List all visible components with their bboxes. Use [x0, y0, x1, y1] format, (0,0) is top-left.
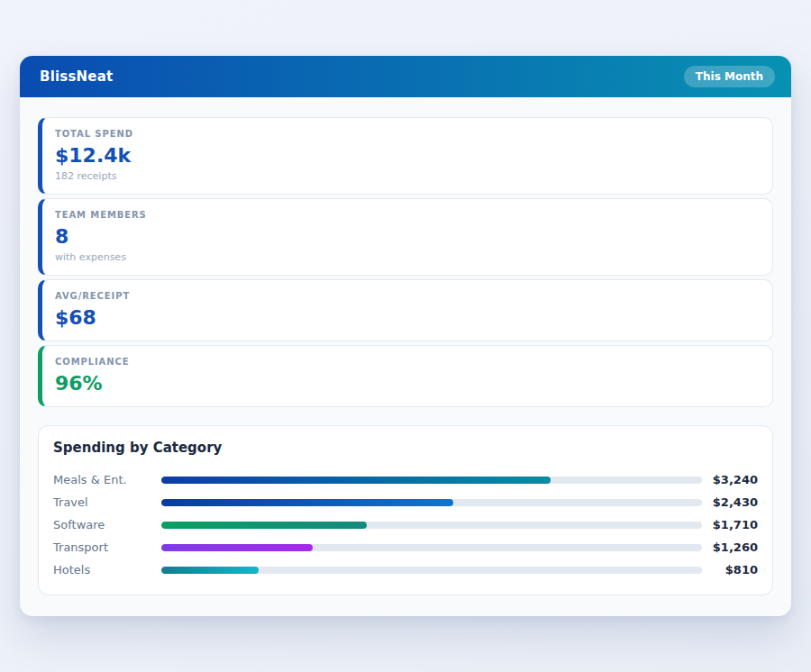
- category-row-software: Software $1,710: [53, 513, 758, 536]
- spending-by-category-card: Spending by Category Meals & Ent. $3,240…: [38, 425, 773, 595]
- stat-card-compliance: COMPLIANCE 96%: [38, 345, 773, 407]
- stat-card-total-spend: TOTAL SPEND $12.4k 182 receipts: [38, 117, 773, 195]
- stat-label: AVG/RECEIPT: [55, 291, 758, 302]
- stat-label: COMPLIANCE: [55, 357, 758, 368]
- category-label: Meals & Ent.: [53, 473, 161, 486]
- dashboard-content: TOTAL SPEND $12.4k 182 receipts TEAM MEM…: [20, 97, 791, 595]
- stat-card-team-members: TEAM MEMBERS 8 with expenses: [38, 198, 773, 276]
- bar-fill-hotels: [161, 567, 259, 574]
- category-label: Software: [53, 518, 161, 531]
- bar-track: [161, 522, 702, 529]
- bar-track: [161, 544, 702, 551]
- category-value: $810: [707, 563, 758, 577]
- stat-value: $12.4k: [55, 144, 758, 168]
- stat-label: TEAM MEMBERS: [55, 210, 758, 221]
- stat-sub: 182 receipts: [55, 170, 758, 183]
- category-label: Transport: [53, 540, 161, 554]
- bar-track: [161, 567, 702, 574]
- bar-fill-meals: [161, 477, 551, 484]
- category-value: $1,710: [707, 518, 758, 531]
- stat-card-avg-receipt: AVG/RECEIPT $68: [38, 279, 773, 341]
- stat-label: TOTAL SPEND: [55, 129, 758, 140]
- bar-track: [161, 477, 702, 484]
- stat-sub: with expenses: [55, 251, 758, 264]
- category-row-meals: Meals & Ent. $3,240: [53, 468, 758, 491]
- bar-fill-software: [161, 522, 367, 529]
- month-badge[interactable]: This Month: [684, 66, 775, 87]
- category-row-hotels: Hotels $810: [53, 558, 758, 581]
- bar-fill-travel: [161, 499, 453, 506]
- stat-value: 96%: [55, 372, 758, 395]
- category-row-travel: Travel $2,430: [53, 491, 758, 513]
- dashboard-panel: BlissNeat This Month TOTAL SPEND $12.4k …: [20, 56, 791, 616]
- category-value: $2,430: [707, 495, 758, 509]
- stat-value: $68: [55, 306, 758, 330]
- bar-fill-transport: [161, 544, 313, 551]
- category-label: Travel: [53, 495, 161, 509]
- chart-title: Spending by Category: [53, 440, 758, 456]
- app-title: BlissNeat: [40, 68, 113, 85]
- category-row-transport: Transport $1,260: [53, 536, 758, 558]
- category-value: $1,260: [707, 540, 758, 554]
- category-label: Hotels: [53, 563, 161, 577]
- category-value: $3,240: [707, 473, 758, 486]
- stat-value: 8: [55, 225, 758, 249]
- bar-track: [161, 499, 702, 506]
- app-header: BlissNeat This Month: [20, 56, 791, 97]
